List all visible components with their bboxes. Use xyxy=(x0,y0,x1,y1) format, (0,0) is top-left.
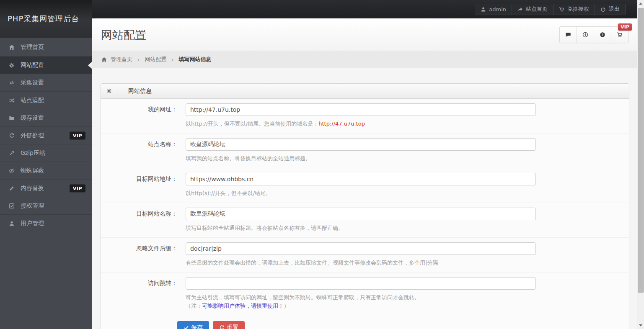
sidebar-item-0[interactable]: 管理首页 xyxy=(0,39,92,56)
loop-arrows-icon xyxy=(8,80,15,86)
form-row: 目标网站地址： 以http(s)://开头，但不要以/结尾。 xyxy=(101,168,629,203)
topnav-item[interactable]: 兑换授权 xyxy=(553,4,595,15)
sidebar-menu: 管理首页 网站配置 采集设置 站点适配 缓存设置 外链处理 VIP Gzip压缩… xyxy=(0,39,92,232)
form-actions: 保存 重置 xyxy=(177,321,629,329)
sidebar-item-3[interactable]: 站点适配 xyxy=(0,91,92,109)
panel-header: 网站信息 xyxy=(101,84,629,99)
topnav-item-label: admin xyxy=(489,6,506,13)
sidebar-item-10[interactable]: 用户管理 xyxy=(0,214,92,232)
eye-slash-icon xyxy=(8,168,15,174)
sidebar-item-5[interactable]: 外链处理 VIP xyxy=(0,126,92,144)
field-label: 站点名称： xyxy=(101,141,177,148)
field-input-3[interactable] xyxy=(186,208,536,220)
form-row: 目标网站名称： 填写目标站的全站通用标题。将会被站点名称替换，请匹配正确。 xyxy=(101,203,629,238)
breadcrumb: 管理首页›网站配置›填写网站信息 xyxy=(92,51,637,68)
power-icon xyxy=(600,7,606,12)
breadcrumb-separator: › xyxy=(171,57,173,63)
sidebar-item-7[interactable]: 蜘蛛屏蔽 xyxy=(0,162,92,179)
breadcrumb-item-0[interactable]: 管理首页 xyxy=(111,56,132,63)
sidebar-item-label: 缓存设置 xyxy=(21,114,44,122)
topnav-item[interactable]: 退出 xyxy=(595,4,626,15)
field-label: 访问跳转： xyxy=(101,280,177,287)
sidebar-item-9[interactable]: 授权管理 xyxy=(0,197,92,214)
sidebar-item-6[interactable]: Gzip压缩 xyxy=(0,144,92,162)
topnav-item[interactable]: 站点首页 xyxy=(512,4,553,15)
refresh-icon xyxy=(8,133,15,139)
panel-title: 网站信息 xyxy=(117,84,152,98)
vip-badge: VIP xyxy=(70,184,85,192)
sidebar-item-label: Gzip压缩 xyxy=(21,149,45,157)
comment-icon xyxy=(565,32,571,38)
page-title: 网站配置 xyxy=(101,28,146,43)
question-button[interactable] xyxy=(594,26,611,43)
scrollbar-thumb[interactable] xyxy=(638,8,644,293)
sidebar-item-label: 采集设置 xyxy=(21,79,44,87)
download-icon xyxy=(582,32,588,38)
compress-icon xyxy=(8,150,15,156)
gear-icon xyxy=(8,62,15,68)
sidebar-item-label: 管理首页 xyxy=(21,44,44,51)
header-toolbar: VIP xyxy=(559,26,628,43)
form-row: 忽略文件后缀： 有些后缀的文件处理会出错的，请添加上去，比如压缩文件、视频文件等… xyxy=(101,238,629,272)
breadcrumb-item-1[interactable]: 网站配置 xyxy=(145,56,166,63)
field-input-2[interactable] xyxy=(186,173,536,185)
sidebar-item-label: 内容替换 xyxy=(21,185,44,192)
field-help: 以http://开头，但不要以/结尾。您当前使用的域名是：http://47.u… xyxy=(186,120,629,128)
topnav-item-label: 站点首页 xyxy=(526,5,548,13)
sidebar-item-2[interactable]: 采集设置 xyxy=(0,74,92,91)
field-help: 有些后缀的文件处理会出错的，请添加上去，比如压缩文件、视频文件等修改会乱码的文件… xyxy=(186,259,629,267)
field-input-5[interactable] xyxy=(186,277,536,290)
sidebar: PHP采集网管理后台 管理首页 网站配置 采集设置 站点适配 缓存设置 外链处理… xyxy=(0,0,92,329)
topnav-item[interactable]: admin xyxy=(475,4,512,15)
scrollbar[interactable] xyxy=(637,0,644,329)
share-icon xyxy=(517,7,523,12)
check-square-icon xyxy=(8,203,15,209)
field-label: 忽略文件后缀： xyxy=(101,245,177,252)
field-help: 填写目标站的全站通用标题。将会被站点名称替换，请匹配正确。 xyxy=(186,224,629,232)
shuffle-icon xyxy=(8,98,15,103)
topnav-item-label: 兑换授权 xyxy=(567,5,589,13)
reset-button[interactable]: 重置 xyxy=(213,321,245,329)
home-icon xyxy=(8,44,15,50)
vip-badge: VIP xyxy=(70,131,85,139)
topnav: admin 站点首页 兑换授权 退出 xyxy=(475,4,626,15)
home-icon[interactable] xyxy=(101,57,107,62)
site-info-panel: 网站信息 我的网址： 以http://开头，但不要以/结尾。您当前使用的域名是：… xyxy=(101,83,629,329)
vip-badge: VIP xyxy=(618,23,632,31)
cart-icon xyxy=(559,7,564,12)
content-area: 网站配置 VIP 管理首页›网站配置›填写网站信息 网站信息 我的网址： 以ht… xyxy=(92,18,637,329)
folder-icon xyxy=(8,115,15,121)
warning-note-link[interactable]: 可能影响用户体验，请慎重使用！ xyxy=(202,303,284,309)
scroll-down-button[interactable] xyxy=(637,322,644,329)
sidebar-item-label: 站点适配 xyxy=(21,97,44,104)
save-button[interactable]: 保存 xyxy=(177,321,209,329)
form-row: 我的网址： 以http://开头，但不要以/结尾。您当前使用的域名是：http:… xyxy=(101,99,629,134)
download-button[interactable] xyxy=(577,26,594,43)
sidebar-item-label: 授权管理 xyxy=(21,202,44,210)
comment-button[interactable] xyxy=(559,26,577,43)
sidebar-item-8[interactable]: 内容替换 VIP xyxy=(0,179,92,197)
panel-body: 我的网址： 以http://开头，但不要以/结尾。您当前使用的域名是：http:… xyxy=(101,99,629,329)
check-icon xyxy=(184,325,189,329)
current-domain-highlight: http://47.u7u.top xyxy=(318,121,365,127)
question-icon xyxy=(600,32,605,38)
field-label: 目标网站地址： xyxy=(101,175,177,183)
field-help: 填写我的站点名称。将替换目标站的全站通用标题。 xyxy=(186,154,629,163)
sidebar-item-label: 网站配置 xyxy=(21,62,44,69)
sidebar-item-1[interactable]: 网站配置 xyxy=(0,56,92,74)
app-logo: PHP采集网管理后台 xyxy=(8,14,79,24)
scroll-up-button[interactable] xyxy=(637,0,644,7)
field-label: 我的网址： xyxy=(101,106,177,113)
field-help: 以http(s)://开头，但不要以/结尾。 xyxy=(186,189,629,198)
sidebar-item-label: 用户管理 xyxy=(21,220,44,227)
sidebar-item-label: 蜘蛛屏蔽 xyxy=(21,167,44,175)
gear-icon xyxy=(101,84,117,98)
field-input-4[interactable] xyxy=(186,242,536,255)
sidebar-item-4[interactable]: 缓存设置 xyxy=(0,109,92,126)
user-icon xyxy=(8,221,15,226)
field-help: 可为主站引流，填写可访问的网址，留空则为不跳转。蜘蛛可正常爬取，只有正常访问才会… xyxy=(186,293,629,310)
field-input-1[interactable] xyxy=(186,138,536,151)
field-input-0[interactable] xyxy=(186,103,536,116)
form-row: 访问跳转： 可为主站引流，填写可访问的网址，留空则为不跳转。蜘蛛可正常爬取，只有… xyxy=(101,272,629,315)
pencil-icon xyxy=(8,185,15,191)
